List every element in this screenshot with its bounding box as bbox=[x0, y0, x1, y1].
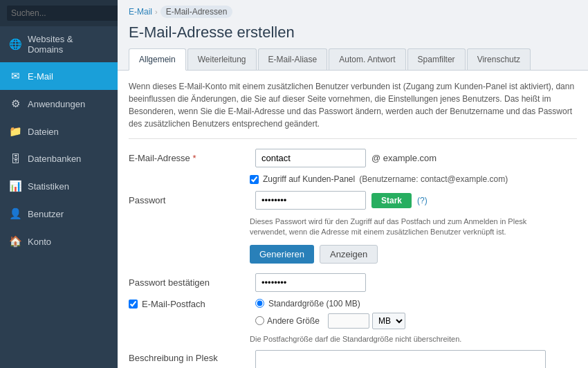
password-strength-badge: Stark bbox=[371, 193, 412, 208]
confirm-password-input[interactable] bbox=[255, 273, 366, 292]
mailbox-options: Standardgröße (100 MB) Andere Größe MB bbox=[255, 299, 405, 329]
sidebar-item-users[interactable]: 👤 Benutzer bbox=[0, 200, 118, 228]
description-label: Beschreibung in Plesk bbox=[129, 350, 250, 363]
generate-show-row: Generieren Anzeigen bbox=[250, 245, 577, 264]
mailbox-row: E-Mail-Postfach Standardgröße (100 MB) A… bbox=[129, 299, 577, 329]
kunden-panel-detail: (Benutzername: contact@example.com) bbox=[359, 174, 508, 184]
tab-general[interactable]: Allgemein bbox=[129, 48, 186, 71]
password-row: Passwort Stark (?) bbox=[129, 191, 577, 210]
kunden-panel-checkbox[interactable] bbox=[250, 175, 259, 184]
size-input[interactable] bbox=[328, 313, 369, 329]
sidebar-item-label: Websites & Domains bbox=[28, 34, 109, 55]
mailbox-hint-text: Die Postfachgröße darf die Standardgröße… bbox=[250, 335, 577, 343]
sidebar: 🔍 🌐 Websites & Domains ✉ E-Mail ⚙ Anwend… bbox=[0, 0, 118, 368]
sidebar-item-label: Dateien bbox=[28, 127, 59, 137]
email-address-row: E-Mail-Adresse * @ example.com bbox=[129, 149, 577, 167]
show-button[interactable]: Anzeigen bbox=[320, 245, 378, 264]
search-input[interactable] bbox=[7, 6, 119, 21]
tab-protection[interactable]: Virenschutz bbox=[467, 48, 531, 70]
folder-icon: 📁 bbox=[8, 125, 22, 138]
home-icon: 🏠 bbox=[8, 235, 22, 248]
breadcrumb-email[interactable]: E-Mail bbox=[129, 7, 152, 17]
sidebar-item-applications[interactable]: ⚙ Anwendungen bbox=[0, 90, 118, 118]
email-address-label: E-Mail-Adresse * bbox=[129, 153, 250, 163]
required-asterisk: * bbox=[192, 153, 196, 163]
confirm-password-row: Passwort bestätigen bbox=[129, 273, 577, 292]
main-content: E-Mail › E-Mail-Adressen E-Mail-Adresse … bbox=[118, 0, 588, 368]
standard-size-radio[interactable] bbox=[255, 299, 264, 308]
breadcrumb: E-Mail › E-Mail-Adressen bbox=[118, 0, 588, 18]
kunden-panel-row: Zugriff auf Kunden-Panel (Benutzername: … bbox=[250, 174, 577, 184]
page-title: E-Mail-Adresse erstellen bbox=[118, 18, 588, 48]
breadcrumb-separator: › bbox=[155, 8, 158, 16]
standard-size-label: Standardgröße (100 MB) bbox=[268, 299, 360, 309]
mb-select[interactable]: MB bbox=[372, 313, 405, 329]
tab-forwarding[interactable]: Weiterleitung bbox=[187, 48, 257, 70]
sidebar-item-account[interactable]: 🏠 Konto bbox=[0, 228, 118, 255]
tab-aliases[interactable]: E-Mail-Aliase bbox=[258, 48, 328, 70]
info-paragraph: Wenn dieses E-Mail-Konto mit einem zusät… bbox=[129, 80, 577, 139]
sidebar-item-label: Anwendungen bbox=[28, 99, 85, 109]
sidebar-item-label: Benutzer bbox=[28, 209, 64, 219]
description-row: Beschreibung in Plesk bbox=[129, 350, 577, 368]
mailbox-label: E-Mail-Postfach bbox=[129, 299, 250, 309]
description-textarea[interactable] bbox=[255, 350, 546, 368]
user-icon: 👤 bbox=[8, 208, 22, 220]
content-area: Dieses Passwort wird für den Zugriff auf… bbox=[118, 71, 588, 368]
breadcrumb-email-addresses: E-Mail-Adressen bbox=[160, 6, 233, 18]
sidebar-item-label: E-Mail bbox=[28, 71, 53, 82]
generate-button[interactable]: Generieren bbox=[250, 245, 314, 264]
password-label: Passwort bbox=[129, 195, 250, 205]
database-icon: 🗄 bbox=[8, 153, 22, 165]
sidebar-item-label: Datenbanken bbox=[28, 154, 81, 164]
email-input[interactable] bbox=[255, 149, 366, 167]
confirm-password-label: Passwort bestätigen bbox=[129, 277, 250, 288]
password-hint-text: Dieses Passwort wird für den Zugriff auf… bbox=[250, 217, 561, 238]
tab-autoreply[interactable]: Autom. Antwort bbox=[329, 48, 405, 70]
sidebar-item-label: Statistiken bbox=[28, 181, 69, 192]
other-size-label: Andere Größe bbox=[267, 316, 320, 326]
sidebar-item-databases[interactable]: 🗄 Datenbanken bbox=[0, 145, 118, 172]
sidebar-item-email[interactable]: ✉ E-Mail bbox=[0, 62, 118, 90]
sidebar-item-files[interactable]: 📁 Dateien bbox=[0, 118, 118, 145]
mailbox-checkbox[interactable] bbox=[129, 300, 138, 309]
sidebar-item-websites-domains[interactable]: 🌐 Websites & Domains bbox=[0, 26, 118, 62]
tab-spamfilter[interactable]: Spamfilter bbox=[407, 48, 466, 70]
email-icon: ✉ bbox=[8, 70, 22, 82]
gear-icon: ⚙ bbox=[8, 98, 22, 110]
sidebar-item-label: Konto bbox=[28, 237, 51, 247]
email-domain: @ example.com bbox=[371, 153, 437, 163]
search-box: 🔍 bbox=[0, 0, 118, 26]
password-input[interactable] bbox=[255, 191, 366, 210]
kunden-panel-label: Zugriff auf Kunden-Panel bbox=[263, 174, 355, 184]
chart-icon: 📊 bbox=[8, 180, 22, 192]
other-size-radio[interactable] bbox=[255, 316, 264, 325]
other-size-option: Andere Größe MB bbox=[255, 313, 405, 329]
tabs-bar: Allgemein Weiterleitung E-Mail-Aliase Au… bbox=[118, 48, 588, 71]
question-mark-icon[interactable]: (?) bbox=[417, 196, 428, 205]
standard-size-option: Standardgröße (100 MB) bbox=[255, 299, 405, 309]
globe-icon: 🌐 bbox=[8, 38, 22, 50]
sidebar-item-statistics[interactable]: 📊 Statistiken bbox=[0, 172, 118, 200]
